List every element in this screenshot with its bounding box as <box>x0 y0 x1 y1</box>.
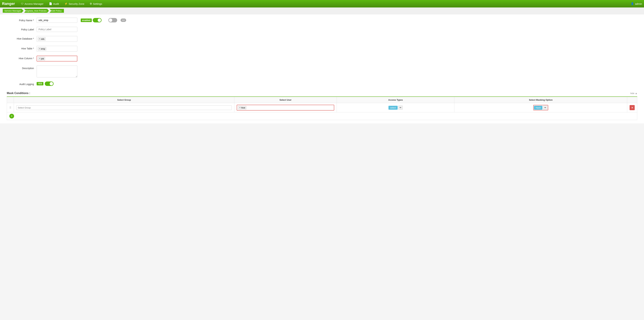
enabled-badge: enabled <box>81 18 102 23</box>
hive-database-tag-remove[interactable]: × <box>39 38 40 40</box>
hive-database-input[interactable]: × ods <box>37 36 77 42</box>
delete-row-button[interactable]: ✕ <box>630 105 635 110</box>
access-types-header: Access Types <box>337 97 454 103</box>
masking-option-container: Hash ✏ <box>533 105 548 110</box>
breadcrumb-edit-policy[interactable]: Edit Policy <box>50 9 64 13</box>
audit-yes-badge: YES <box>37 82 44 85</box>
pencil-icon: ✏ <box>400 106 401 109</box>
select-group-header: Select Group <box>14 97 234 103</box>
select-group-cell <box>14 103 234 112</box>
masking-option-edit-button[interactable]: ✏ <box>543 106 548 110</box>
access-type-select-badge: select <box>388 106 398 110</box>
drag-col-header <box>7 97 14 103</box>
hive-column-label: Hive Column * <box>7 56 34 60</box>
table-row: ⠿ × hive select <box>7 103 637 112</box>
shield-icon: 🛡 <box>21 2 24 5</box>
enabled-label: enabled <box>81 19 92 22</box>
nav-audit[interactable]: 📄 Audit <box>46 0 62 8</box>
access-types-cell: select ✏ <box>337 103 454 112</box>
nav-security-zone[interactable]: ⚡ Security Zone <box>62 0 87 8</box>
audit-logging-row: Audit Logging YES <box>7 82 637 86</box>
breadcrumb-service-manager[interactable]: Service Manager <box>3 9 24 13</box>
delete-cell: ✕ <box>627 103 637 112</box>
hive-column-input[interactable]: × job <box>37 56 77 62</box>
doc-icon: 📄 <box>49 2 52 5</box>
action-col-header <box>627 97 637 103</box>
audit-logging-toggle[interactable] <box>45 82 54 86</box>
description-row: Description <box>7 66 637 77</box>
description-label: Description <box>7 66 34 70</box>
nav-settings[interactable]: ⚙ Settings <box>87 0 105 8</box>
hive-table-tag-remove[interactable]: × <box>39 48 40 50</box>
policy-label-row: Policy Label <box>7 27 637 32</box>
description-input[interactable] <box>37 66 77 77</box>
user-icon: 👤 <box>631 2 634 5</box>
policy-name-label: Policy Name * <box>7 18 34 22</box>
hive-column-row: Hive Column * × job <box>7 56 637 62</box>
policy-label-input[interactable] <box>37 27 77 32</box>
mask-conditions-hide-button[interactable]: hide ▲ <box>630 92 637 95</box>
bolt-icon: ⚡ <box>64 2 68 5</box>
mask-conditions-title: Mask Conditions : <box>7 92 30 95</box>
policy-label-label: Policy Label <box>7 27 34 31</box>
hive-database-row: Hive Database * × ods <box>7 36 637 42</box>
nav-access-manager[interactable]: 🛡 Access Manager <box>18 0 46 8</box>
nor-label: nor <box>120 19 126 22</box>
hive-column-tag: × job <box>38 57 45 61</box>
select-group-input[interactable] <box>16 105 232 110</box>
drag-handle-icon[interactable]: ⠿ <box>9 106 11 109</box>
top-navigation: Ranger 🛡 Access Manager 📄 Audit ⚡ Securi… <box>0 0 644 8</box>
add-row-button[interactable]: + <box>9 114 14 119</box>
hive-database-tag: × ods <box>38 37 46 41</box>
masking-option-cell: Hash ✏ <box>454 103 627 112</box>
hive-column-tag-remove[interactable]: × <box>39 57 40 60</box>
select-user-tag-remove[interactable]: × <box>239 106 240 109</box>
add-row: + <box>7 112 637 120</box>
policy-name-input[interactable] <box>37 18 77 23</box>
hive-table-tag: × emp <box>38 47 46 51</box>
select-user-tag: × hive <box>238 106 246 110</box>
admin-label: admin <box>635 2 642 5</box>
drag-handle-cell: ⠿ <box>7 103 14 112</box>
pencil-icon-masking: ✏ <box>544 106 546 109</box>
mask-conditions-table: Select Group Select User Access Types Se… <box>7 97 637 120</box>
hive-database-label: Hive Database * <box>7 36 34 40</box>
close-icon: ✕ <box>631 106 633 109</box>
nav-security-zone-label: Security Zone <box>69 2 84 5</box>
select-masking-option-header: Select Masking Option <box>454 97 627 103</box>
hive-table-input[interactable]: × emp <box>37 46 77 52</box>
nav-access-manager-label: Access Manager <box>24 2 44 5</box>
breadcrumb-policies[interactable]: bigdata_hive Policies <box>24 9 49 13</box>
main-content: Policy Name * enabled nor Policy Label H… <box>0 14 644 123</box>
audit-logging-label: Audit Logging <box>7 82 34 86</box>
nav-audit-label: Audit <box>53 2 59 5</box>
mask-conditions-section-header: Mask Conditions : hide ▲ <box>7 90 637 97</box>
nav-items: 🛡 Access Manager 📄 Audit ⚡ Security Zone… <box>18 0 631 8</box>
breadcrumb: Service Manager bigdata_hive Policies Ed… <box>0 8 644 14</box>
admin-area: 👤 admin <box>631 2 642 5</box>
hash-badge: Hash <box>534 106 542 110</box>
brand-logo: Ranger <box>2 2 15 6</box>
select-user-header: Select User <box>234 97 337 103</box>
hive-table-label: Hive Table * <box>7 46 34 50</box>
access-type-edit-button[interactable]: ✏ <box>398 106 403 110</box>
policy-enabled-toggle[interactable] <box>93 18 102 23</box>
nav-settings-label: Settings <box>93 2 102 5</box>
hive-table-row: Hive Table * × emp <box>7 46 637 52</box>
gear-icon: ⚙ <box>90 2 92 5</box>
access-type-badge: select ✏ <box>388 106 403 110</box>
policy-name-row: Policy Name * enabled nor <box>7 18 637 23</box>
select-user-input[interactable]: × hive <box>237 105 334 111</box>
select-user-cell: × hive <box>234 103 337 112</box>
nor-toggle[interactable] <box>108 18 117 23</box>
